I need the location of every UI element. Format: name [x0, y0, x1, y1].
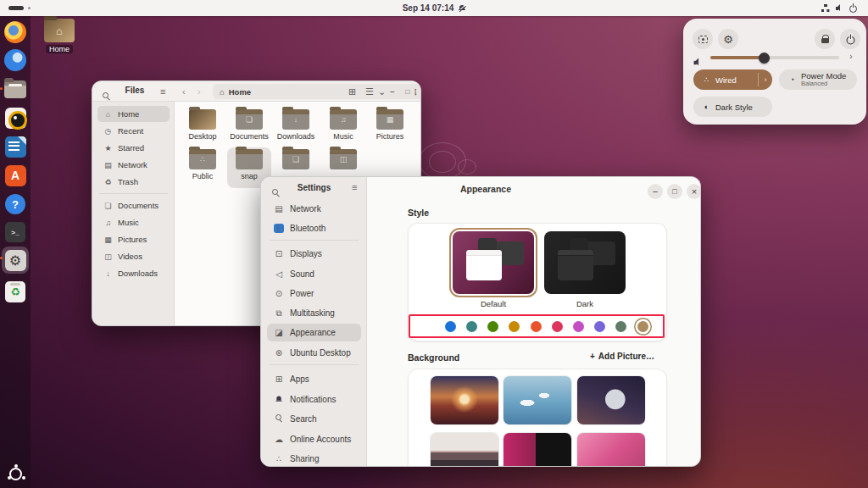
screenshot-icon — [698, 36, 708, 43]
dock-item-app-center[interactable]: A — [3, 164, 27, 187]
settings-item-online-accounts[interactable]: ☁Online Accounts — [267, 430, 361, 448]
sidebar-item-starred[interactable]: ★Starred — [97, 140, 170, 156]
folder-icon: ∴ — [189, 149, 216, 169]
sidebar-label: Trash — [118, 177, 138, 186]
dock-item-help[interactable]: ? — [3, 192, 27, 216]
volume-expand-chevron-icon[interactable]: › — [849, 51, 853, 61]
settings-item-label: Displays — [290, 249, 322, 258]
clock-label: Sep 14 07:14 — [403, 3, 454, 13]
workspace-dot[interactable] — [28, 7, 31, 9]
settings-item-sharing[interactable]: ∴Sharing — [267, 450, 361, 467]
settings-item-displays[interactable]: ⊡Displays — [267, 245, 361, 263]
clock-menu[interactable]: Sep 14 07:14 — [403, 3, 466, 13]
wallpaper-sky-islands[interactable] — [504, 376, 571, 424]
dock-item-firefox[interactable] — [3, 20, 27, 44]
dark-style-toggle[interactable]: ◐ Dark Style — [693, 97, 772, 117]
dock-item-terminal[interactable]: >_ — [3, 220, 27, 244]
volume-slider-handle[interactable] — [759, 53, 770, 64]
sidebar-item-recent[interactable]: ◷Recent — [97, 123, 170, 139]
dock-item-app-grid[interactable] — [3, 462, 27, 485]
desktop-home-folder[interactable]: ⌂ Home — [39, 19, 80, 63]
settings-window: Settings ≡ ▤Network ᛒBluetooth ⊡Displays… — [260, 176, 701, 467]
wallpaper-pink-abstract[interactable] — [577, 433, 645, 467]
minimize-button[interactable]: − — [386, 85, 399, 98]
wallpaper-fuji[interactable] — [431, 433, 498, 467]
sidebar-item-documents[interactable]: ❏Documents — [97, 197, 170, 214]
file-item-public[interactable]: ∴Public — [181, 149, 225, 180]
volume-fill — [710, 56, 765, 59]
settings-item-apps[interactable]: ⊞Apps — [267, 370, 361, 388]
search-icon[interactable] — [272, 189, 280, 197]
sidebar-label: Starred — [118, 143, 144, 152]
sidebar-item-home[interactable]: ⌂Home — [97, 106, 170, 122]
screenshot-button[interactable] — [693, 29, 713, 49]
settings-item-appearance[interactable]: ◪Appearance — [267, 324, 361, 341]
settings-item-power[interactable]: ⊙Power — [267, 285, 361, 302]
style-section-heading: Style — [408, 208, 429, 218]
sidebar-menu-icon[interactable]: ≡ — [160, 86, 165, 97]
folder-icon: ▦ — [376, 109, 403, 130]
maximize-button[interactable]: □ — [667, 184, 682, 199]
file-item-music[interactable]: ♫Music — [321, 109, 365, 141]
wallpaper-magenta-split[interactable] — [504, 433, 571, 467]
sidebar-label: Network — [118, 160, 147, 169]
volume-slider[interactable] — [710, 56, 839, 59]
list-view-icon[interactable]: ☰ — [365, 86, 374, 97]
dock-item-rhythmbox[interactable] — [3, 106, 27, 130]
sidebar-item-downloads[interactable]: ↓Downloads — [97, 265, 170, 281]
wired-menu-chevron-icon[interactable]: › — [759, 75, 772, 84]
videos-emblem-icon: ◫ — [330, 155, 357, 164]
file-item-snap[interactable]: snap — [227, 149, 271, 180]
wallpaper-desert-sunset[interactable] — [431, 376, 498, 424]
sidebar-item-music[interactable]: ♫Music — [97, 214, 170, 230]
theme-dark-preview[interactable] — [544, 231, 626, 294]
settings-item-bluetooth[interactable]: ᛒBluetooth — [267, 219, 361, 237]
settings-item-label: Sharing — [290, 454, 319, 463]
forward-icon[interactable]: › — [198, 86, 201, 97]
close-button[interactable]: × — [687, 184, 701, 199]
settings-item-network[interactable]: ▤Network — [267, 200, 361, 218]
settings-item-sound[interactable]: ◁Sound — [267, 265, 361, 283]
settings-item-notifications[interactable]: Notifications — [267, 391, 361, 408]
sidebar-item-trash[interactable]: ♻Trash — [97, 174, 170, 190]
minimize-button[interactable]: − — [648, 184, 663, 199]
system-tray[interactable] — [815, 2, 863, 14]
file-item-pictures[interactable]: ▦Pictures — [368, 109, 412, 141]
add-picture-button[interactable]: + Add Picture… — [590, 352, 654, 361]
network-icon: ▤ — [274, 204, 284, 214]
files-app-title: Files — [118, 86, 152, 95]
settings-button[interactable]: ⚙ — [718, 29, 738, 49]
sidebar-menu-icon[interactable]: ≡ — [352, 182, 357, 192]
wired-toggle[interactable]: ∴ Wired › — [693, 69, 772, 90]
sidebar-item-videos[interactable]: ◫Videos — [97, 248, 170, 264]
power-mode-toggle[interactable]: ◔ Power Mode Balanced — [779, 69, 857, 90]
file-item-templates[interactable]: ❏ — [274, 149, 318, 172]
search-icon[interactable] — [103, 92, 110, 100]
dock-item-libreoffice-writer[interactable] — [3, 135, 27, 158]
file-item-downloads[interactable]: ↓Downloads — [274, 109, 318, 141]
dock-item-settings[interactable]: ⚙ — [2, 247, 29, 274]
sidebar-item-pictures[interactable]: ▦Pictures — [97, 231, 170, 247]
settings-item-search[interactable]: Search — [267, 410, 361, 428]
back-icon[interactable]: ‹ — [182, 86, 186, 97]
lock-button[interactable] — [815, 29, 835, 49]
settings-item-label: Bluetooth — [290, 224, 326, 233]
wallpaper-moon-mountain[interactable] — [577, 376, 645, 424]
maximize-button[interactable]: □ — [401, 85, 415, 98]
grid-view-icon[interactable]: ⊞ — [348, 86, 356, 97]
dock-item-thunderbird[interactable] — [3, 48, 27, 72]
file-item-documents[interactable]: ❏Documents — [227, 109, 271, 141]
workspace-indicator[interactable] — [8, 6, 24, 10]
settings-item-ubuntu-desktop[interactable]: ⊛Ubuntu Desktop — [267, 344, 361, 362]
view-options-chevron-icon[interactable]: ⌄ — [378, 86, 386, 97]
file-label: Public — [181, 172, 225, 180]
power-button[interactable] — [840, 29, 860, 49]
dock-item-files[interactable] — [3, 77, 27, 101]
app-center-icon: A — [5, 165, 26, 186]
theme-default-preview[interactable] — [453, 231, 534, 294]
settings-item-multitasking[interactable]: ⧉Multitasking — [267, 304, 361, 322]
file-item-videos[interactable]: ◫ — [321, 149, 365, 172]
dock-item-trash[interactable]: ♻ — [3, 280, 27, 303]
sidebar-item-network[interactable]: ▤Network — [97, 157, 170, 173]
file-item-desktop[interactable]: Desktop — [181, 109, 225, 141]
